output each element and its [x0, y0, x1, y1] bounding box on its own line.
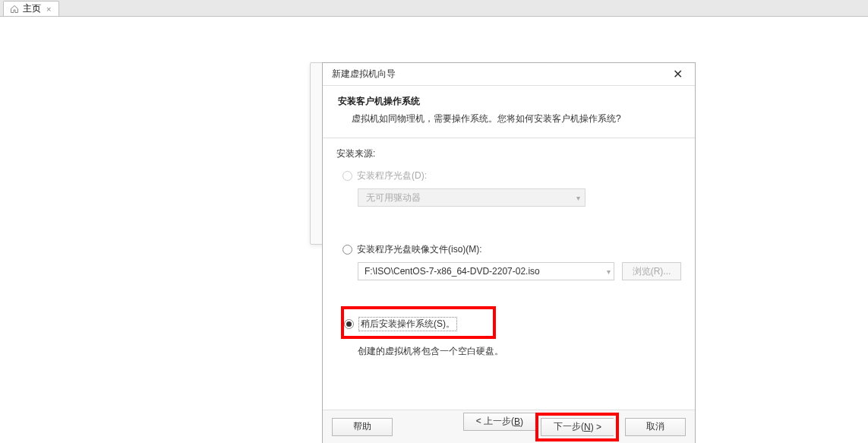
- iso-path-row: F:\ISO\CentOS-7-x86_64-DVD-2207-02.iso ▾…: [358, 262, 681, 280]
- later-description: 创建的虚拟机将包含一个空白硬盘。: [358, 345, 681, 358]
- tab-bar: 主页 ×: [0, 0, 868, 17]
- next-button[interactable]: 下一步(N) >: [541, 418, 614, 436]
- tab-close-icon[interactable]: ×: [45, 5, 52, 14]
- home-icon: [10, 5, 19, 14]
- tab-label: 主页: [23, 2, 41, 15]
- wizard-header-desc: 虚拟机如同物理机，需要操作系统。您将如何安装客户机操作系统?: [338, 112, 680, 125]
- wizard-footer: 帮助 < 上一步(B) 下一步(N) > 取消: [323, 410, 695, 443]
- disc-drive-value: 无可用驱动器: [366, 191, 421, 204]
- wizard-header-title: 安装客户机操作系统: [338, 95, 680, 108]
- install-source-label: 安装来源:: [336, 147, 681, 160]
- wizard-body: 安装来源: 安装程序光盘(D): 无可用驱动器 ▾ 安装程序光盘映像文件(iso…: [323, 138, 695, 410]
- highlight-next: 下一步(N) >: [535, 413, 619, 441]
- browse-button: 浏览(R)...: [622, 262, 681, 280]
- content-area: 新建虚拟机向导 ✕ 安装客户机操作系统 虚拟机如同物理机，需要操作系统。您将如何…: [0, 17, 868, 443]
- wizard-titlebar: 新建虚拟机向导 ✕: [323, 63, 695, 86]
- radio-option-disc: 安装程序光盘(D):: [342, 169, 681, 182]
- radio-group-install-source: 安装程序光盘(D): 无可用驱动器 ▾ 安装程序光盘映像文件(iso)(M): …: [336, 169, 681, 358]
- chevron-down-icon: ▾: [607, 267, 611, 276]
- highlight-install-later: 稍后安装操作系统(S)。: [341, 306, 496, 339]
- radio-option-iso[interactable]: 安装程序光盘映像文件(iso)(M):: [342, 243, 681, 256]
- tab-home[interactable]: 主页 ×: [3, 1, 59, 16]
- radio-option-later[interactable]: 稍后安装操作系统(S)。: [344, 317, 482, 331]
- chevron-down-icon: ▾: [576, 194, 580, 202]
- disc-drive-select: 无可用驱动器 ▾: [358, 188, 586, 207]
- radio-icon: [344, 319, 354, 329]
- help-button[interactable]: 帮助: [332, 418, 393, 436]
- radio-label-iso: 安装程序光盘映像文件(iso)(M):: [357, 243, 482, 256]
- nav-button-group: < 上一步(B) 下一步(N) >: [463, 413, 619, 441]
- radio-icon: [342, 245, 352, 255]
- iso-path-input[interactable]: F:\ISO\CentOS-7-x86_64-DVD-2207-02.iso ▾: [358, 262, 614, 280]
- wizard-header: 安装客户机操作系统 虚拟机如同物理机，需要操作系统。您将如何安装客户机操作系统?: [323, 86, 695, 138]
- cancel-button[interactable]: 取消: [625, 418, 686, 436]
- close-icon[interactable]: ✕: [667, 65, 689, 83]
- radio-label-disc: 安装程序光盘(D):: [357, 169, 427, 182]
- iso-path-value: F:\ISO\CentOS-7-x86_64-DVD-2207-02.iso: [365, 266, 540, 277]
- back-button[interactable]: < 上一步(B): [463, 413, 535, 431]
- radio-icon: [342, 171, 352, 181]
- new-vm-wizard-dialog: 新建虚拟机向导 ✕ 安装客户机操作系统 虚拟机如同物理机，需要操作系统。您将如何…: [322, 62, 696, 443]
- wizard-title: 新建虚拟机向导: [332, 68, 396, 81]
- radio-label-later: 稍后安装操作系统(S)。: [358, 317, 457, 331]
